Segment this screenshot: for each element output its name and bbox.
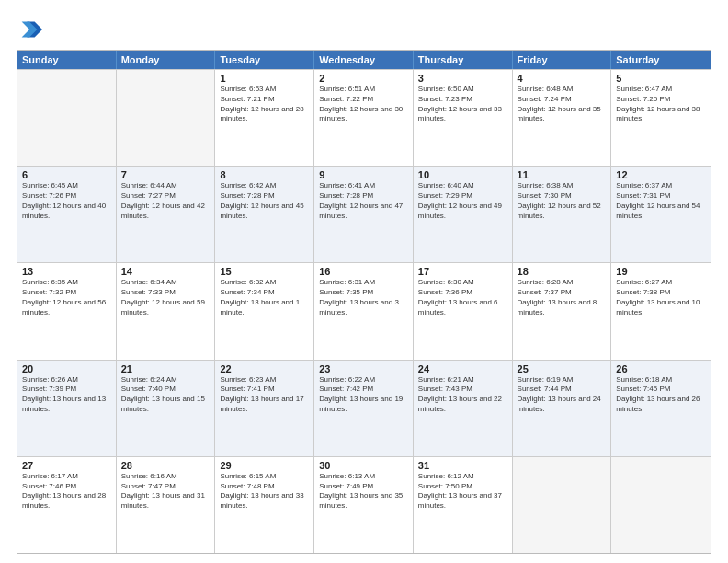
calendar-body: 1Sunrise: 6:53 AM Sunset: 7:21 PM Daylig…	[17, 69, 711, 553]
cell-day-number: 17	[418, 266, 507, 277]
cell-day-number: 12	[616, 169, 706, 180]
cell-day-number: 28	[121, 460, 210, 471]
cell-info: Sunrise: 6:30 AM Sunset: 7:36 PM Dayligh…	[418, 278, 507, 317]
header-tuesday: Tuesday	[215, 51, 314, 69]
calendar-cell: 7Sunrise: 6:44 AM Sunset: 7:27 PM Daylig…	[117, 167, 216, 262]
header-friday: Friday	[513, 51, 612, 69]
cell-day-number: 21	[121, 363, 210, 374]
calendar-cell: 11Sunrise: 6:38 AM Sunset: 7:30 PM Dayli…	[513, 167, 612, 262]
cell-day-number: 15	[220, 266, 309, 277]
calendar-cell: 5Sunrise: 6:47 AM Sunset: 7:25 PM Daylig…	[611, 70, 711, 166]
calendar-cell: 22Sunrise: 6:23 AM Sunset: 7:41 PM Dayli…	[215, 361, 314, 456]
cell-day-number: 20	[22, 363, 111, 374]
cell-info: Sunrise: 6:27 AM Sunset: 7:38 PM Dayligh…	[616, 278, 706, 317]
calendar-cell: 1Sunrise: 6:53 AM Sunset: 7:21 PM Daylig…	[215, 70, 314, 166]
cell-day-number: 26	[616, 363, 706, 374]
calendar-cell	[611, 457, 711, 553]
cell-day-number: 5	[616, 73, 706, 84]
calendar-header: Sunday Monday Tuesday Wednesday Thursday…	[17, 51, 711, 69]
cell-day-number: 16	[319, 266, 408, 277]
cell-day-number: 25	[518, 363, 607, 374]
cell-info: Sunrise: 6:40 AM Sunset: 7:29 PM Dayligh…	[418, 181, 507, 221]
cell-info: Sunrise: 6:50 AM Sunset: 7:23 PM Dayligh…	[418, 85, 507, 124]
cell-day-number: 13	[22, 266, 111, 277]
cell-day-number: 7	[121, 169, 210, 180]
calendar-cell: 4Sunrise: 6:48 AM Sunset: 7:24 PM Daylig…	[513, 70, 612, 166]
calendar-cell: 29Sunrise: 6:15 AM Sunset: 7:48 PM Dayli…	[215, 457, 314, 553]
cell-info: Sunrise: 6:19 AM Sunset: 7:44 PM Dayligh…	[518, 375, 607, 415]
calendar-cell: 17Sunrise: 6:30 AM Sunset: 7:36 PM Dayli…	[414, 263, 513, 359]
calendar-cell: 13Sunrise: 6:35 AM Sunset: 7:32 PM Dayli…	[17, 263, 117, 359]
cell-day-number: 23	[319, 363, 408, 374]
calendar-cell: 16Sunrise: 6:31 AM Sunset: 7:35 PM Dayli…	[314, 263, 414, 359]
calendar-cell: 27Sunrise: 6:17 AM Sunset: 7:46 PM Dayli…	[17, 457, 117, 553]
cell-info: Sunrise: 6:51 AM Sunset: 7:22 PM Dayligh…	[319, 85, 408, 124]
cell-day-number: 3	[418, 73, 507, 84]
calendar-cell: 2Sunrise: 6:51 AM Sunset: 7:22 PM Daylig…	[314, 70, 414, 166]
cell-info: Sunrise: 6:34 AM Sunset: 7:33 PM Dayligh…	[121, 278, 210, 317]
calendar-cell: 20Sunrise: 6:26 AM Sunset: 7:39 PM Dayli…	[17, 361, 117, 456]
calendar-cell	[17, 70, 117, 166]
calendar-cell: 14Sunrise: 6:34 AM Sunset: 7:33 PM Dayli…	[117, 263, 216, 359]
calendar-cell: 31Sunrise: 6:12 AM Sunset: 7:50 PM Dayli…	[414, 457, 513, 553]
calendar-cell: 6Sunrise: 6:45 AM Sunset: 7:26 PM Daylig…	[17, 167, 117, 262]
cell-day-number: 19	[616, 266, 706, 277]
calendar-cell: 15Sunrise: 6:32 AM Sunset: 7:34 PM Dayli…	[215, 263, 314, 359]
cell-day-number: 30	[319, 460, 408, 471]
cell-day-number: 18	[518, 266, 607, 277]
cell-info: Sunrise: 6:44 AM Sunset: 7:27 PM Dayligh…	[121, 181, 210, 221]
header-sunday: Sunday	[17, 51, 117, 69]
cell-info: Sunrise: 6:42 AM Sunset: 7:28 PM Dayligh…	[220, 181, 309, 221]
cell-info: Sunrise: 6:23 AM Sunset: 7:41 PM Dayligh…	[220, 375, 309, 415]
cell-info: Sunrise: 6:15 AM Sunset: 7:48 PM Dayligh…	[220, 472, 309, 511]
cell-info: Sunrise: 6:28 AM Sunset: 7:37 PM Dayligh…	[518, 278, 607, 317]
cell-day-number: 1	[220, 73, 309, 84]
cell-info: Sunrise: 6:31 AM Sunset: 7:35 PM Dayligh…	[319, 278, 408, 317]
logo	[17, 17, 46, 42]
cell-day-number: 2	[319, 73, 408, 84]
cell-day-number: 11	[518, 169, 607, 180]
cell-info: Sunrise: 6:26 AM Sunset: 7:39 PM Dayligh…	[22, 375, 111, 415]
cell-day-number: 10	[418, 169, 507, 180]
calendar-cell: 23Sunrise: 6:22 AM Sunset: 7:42 PM Dayli…	[314, 361, 414, 456]
cell-info: Sunrise: 6:41 AM Sunset: 7:28 PM Dayligh…	[319, 181, 408, 221]
calendar-cell: 19Sunrise: 6:27 AM Sunset: 7:38 PM Dayli…	[611, 263, 711, 359]
cell-info: Sunrise: 6:21 AM Sunset: 7:43 PM Dayligh…	[418, 375, 507, 415]
cell-day-number: 8	[220, 169, 309, 180]
cell-day-number: 14	[121, 266, 210, 277]
header	[17, 17, 711, 42]
cell-info: Sunrise: 6:24 AM Sunset: 7:40 PM Dayligh…	[121, 375, 210, 415]
cell-info: Sunrise: 6:37 AM Sunset: 7:31 PM Dayligh…	[616, 181, 706, 221]
cell-info: Sunrise: 6:45 AM Sunset: 7:26 PM Dayligh…	[22, 181, 111, 221]
calendar-cell: 25Sunrise: 6:19 AM Sunset: 7:44 PM Dayli…	[513, 361, 612, 456]
header-thursday: Thursday	[414, 51, 513, 69]
cell-info: Sunrise: 6:16 AM Sunset: 7:47 PM Dayligh…	[121, 472, 210, 511]
page: Sunday Monday Tuesday Wednesday Thursday…	[0, 0, 728, 563]
calendar-cell: 28Sunrise: 6:16 AM Sunset: 7:47 PM Dayli…	[117, 457, 216, 553]
calendar-cell: 30Sunrise: 6:13 AM Sunset: 7:49 PM Dayli…	[314, 457, 414, 553]
cell-info: Sunrise: 6:38 AM Sunset: 7:30 PM Dayligh…	[518, 181, 607, 221]
cell-info: Sunrise: 6:53 AM Sunset: 7:21 PM Dayligh…	[220, 85, 309, 124]
cell-info: Sunrise: 6:48 AM Sunset: 7:24 PM Dayligh…	[518, 85, 607, 124]
calendar-cell: 8Sunrise: 6:42 AM Sunset: 7:28 PM Daylig…	[215, 167, 314, 262]
header-monday: Monday	[117, 51, 216, 69]
cell-info: Sunrise: 6:17 AM Sunset: 7:46 PM Dayligh…	[22, 472, 111, 511]
cell-day-number: 31	[418, 460, 507, 471]
calendar-row-3: 13Sunrise: 6:35 AM Sunset: 7:32 PM Dayli…	[17, 262, 711, 359]
calendar-row-4: 20Sunrise: 6:26 AM Sunset: 7:39 PM Dayli…	[17, 360, 711, 456]
cell-day-number: 6	[22, 169, 111, 180]
header-wednesday: Wednesday	[314, 51, 414, 69]
cell-day-number: 29	[220, 460, 309, 471]
cell-day-number: 9	[319, 169, 408, 180]
calendar-cell: 12Sunrise: 6:37 AM Sunset: 7:31 PM Dayli…	[611, 167, 711, 262]
cell-day-number: 22	[220, 363, 309, 374]
calendar-row-1: 1Sunrise: 6:53 AM Sunset: 7:21 PM Daylig…	[17, 69, 711, 166]
cell-day-number: 24	[418, 363, 507, 374]
calendar-cell: 24Sunrise: 6:21 AM Sunset: 7:43 PM Dayli…	[414, 361, 513, 456]
calendar-cell: 18Sunrise: 6:28 AM Sunset: 7:37 PM Dayli…	[513, 263, 612, 359]
cell-info: Sunrise: 6:47 AM Sunset: 7:25 PM Dayligh…	[616, 85, 706, 124]
calendar-row-2: 6Sunrise: 6:45 AM Sunset: 7:26 PM Daylig…	[17, 166, 711, 262]
cell-info: Sunrise: 6:22 AM Sunset: 7:42 PM Dayligh…	[319, 375, 408, 415]
cell-info: Sunrise: 6:12 AM Sunset: 7:50 PM Dayligh…	[418, 472, 507, 511]
logo-icon	[17, 17, 42, 42]
